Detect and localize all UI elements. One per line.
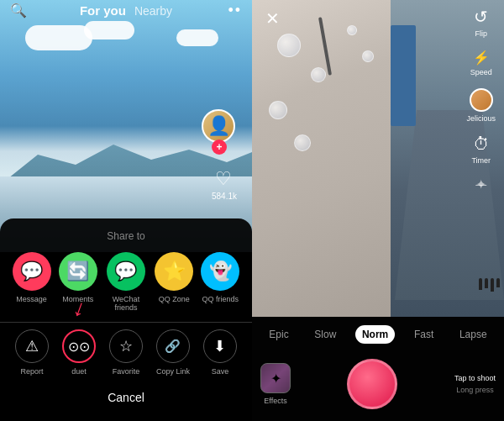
- top-controls: ✕ ↺ Flip ⚡ Speed Jelicious ⏱ Timer: [252, 0, 504, 199]
- timer-control[interactable]: ⏱ Timer: [471, 134, 491, 165]
- wechat-label: WeChat friends: [105, 295, 147, 312]
- share-qq-zone[interactable]: ⭐ QQ Zone: [155, 252, 193, 312]
- cloud-2: [84, 21, 134, 39]
- wechat-icon: 💬: [107, 252, 145, 291]
- copy-link-label: Copy Link: [156, 367, 190, 376]
- speed-norm[interactable]: Norm: [355, 325, 395, 344]
- beauty-avatar: [470, 88, 493, 112]
- favorite-action[interactable]: ☆ Favorite: [109, 329, 143, 376]
- right-controls-panel: ↺ Flip ⚡ Speed Jelicious ⏱ Timer ✦: [466, 7, 496, 192]
- share-wechat[interactable]: 💬 WeChat friends: [105, 252, 147, 312]
- right-panel: ✕ ↺ Flip ⚡ Speed Jelicious ⏱ Timer: [252, 0, 504, 421]
- qq-friends-label: QQ friends: [202, 295, 239, 303]
- message-label: Message: [16, 295, 47, 303]
- camera-view: ✕ ↺ Flip ⚡ Speed Jelicious ⏱ Timer: [252, 0, 504, 317]
- timer-icon: ⏱: [473, 134, 490, 154]
- qq-zone-icon: ⭐: [155, 252, 193, 291]
- speed-icon: ⚡: [473, 50, 490, 66]
- long-press-label: Long press: [456, 386, 494, 394]
- speed-epic[interactable]: Epic: [262, 325, 295, 344]
- share-overlay: Share to 💬 Message 🔄 Moments 💬 WeChat fr…: [0, 218, 252, 421]
- copy-link-action[interactable]: 🔗 Copy Link: [156, 329, 190, 376]
- search-icon[interactable]: 🔍: [10, 3, 27, 18]
- like-icon[interactable]: ♡: [215, 168, 232, 190]
- share-message[interactable]: 💬 Message: [13, 252, 51, 312]
- favorite-icon: ☆: [109, 329, 143, 363]
- cancel-button[interactable]: Cancel: [0, 382, 252, 413]
- nearby-tab[interactable]: Nearby: [134, 4, 172, 18]
- flip-label: Flip: [475, 29, 487, 38]
- shoot-button[interactable]: [347, 359, 397, 409]
- duet-label: duet: [71, 367, 87, 376]
- timer-label: Timer: [471, 156, 491, 165]
- close-button[interactable]: ✕: [260, 7, 284, 30]
- save-action[interactable]: ⬇ Save: [203, 329, 237, 376]
- cloud-1: [25, 25, 92, 50]
- speed-fast[interactable]: Fast: [407, 325, 440, 344]
- people-silhouettes: [479, 278, 500, 292]
- flip-control[interactable]: ↺ Flip: [474, 7, 488, 38]
- avatar[interactable]: 👤: [202, 109, 235, 143]
- more-options-icon[interactable]: ••: [228, 2, 242, 19]
- share-icons-row: 💬 Message 🔄 Moments 💬 WeChat friends ⭐ Q…: [0, 252, 252, 312]
- beauty-off-control[interactable]: ✦: [475, 176, 486, 192]
- duet-icon: ⊙⊙: [62, 329, 96, 363]
- qq-friends-icon: 👻: [201, 252, 239, 291]
- effects-thumbnail: ✦: [260, 363, 291, 393]
- beauty-control[interactable]: Jelicious: [466, 88, 496, 123]
- shoot-area: ✦ Effects Tap to shoot Long press: [252, 350, 504, 421]
- speed-lapse[interactable]: Lapse: [453, 325, 494, 344]
- share-qq-friends[interactable]: 👻 QQ friends: [201, 252, 239, 312]
- for-you-tab[interactable]: For you: [80, 3, 126, 18]
- cloud-3: [176, 29, 218, 46]
- avatar-image: 👤: [207, 115, 230, 137]
- tap-to-shoot-label: Tap to shoot: [454, 374, 496, 382]
- report-label: Report: [20, 367, 43, 376]
- save-label: Save: [212, 367, 229, 376]
- beauty-off-icon: ✦: [475, 176, 486, 192]
- top-bar: 🔍 For you Nearby ••: [0, 0, 252, 21]
- speed-label: Speed: [470, 68, 492, 76]
- share-title: Share to: [0, 230, 252, 242]
- like-count: 584.1k: [212, 192, 237, 201]
- copy-link-icon: 🔗: [156, 329, 190, 363]
- follow-button[interactable]: +: [212, 139, 227, 155]
- speed-slow[interactable]: Slow: [307, 325, 343, 344]
- qq-zone-label: QQ Zone: [159, 295, 190, 303]
- favorite-label: Favorite: [113, 367, 140, 376]
- speed-control[interactable]: ⚡ Speed: [470, 50, 492, 76]
- effects-label: Effects: [264, 397, 286, 405]
- speed-bar: Epic Slow Norm Fast Lapse: [252, 317, 504, 350]
- beauty-label: Jelicious: [466, 114, 496, 123]
- save-icon: ⬇: [203, 329, 237, 363]
- action-icons-row: ⚠ Report ⊙⊙ duet ☆ Favorite 🔗 Copy Link …: [0, 322, 252, 379]
- clouds: [8, 17, 244, 84]
- shoot-labels: Tap to shoot Long press: [454, 374, 496, 394]
- duet-action[interactable]: ⊙⊙ duet: [62, 329, 96, 376]
- report-action[interactable]: ⚠ Report: [15, 329, 49, 376]
- flip-icon: ↺: [474, 7, 488, 27]
- effects-item[interactable]: ✦ Effects: [260, 363, 291, 405]
- report-icon: ⚠: [15, 329, 49, 363]
- left-panel: 🔍 For you Nearby •• 👤 + ♡ 584.1k Share t…: [0, 0, 252, 421]
- moments-icon: 🔄: [59, 252, 97, 291]
- message-icon: 💬: [13, 252, 51, 291]
